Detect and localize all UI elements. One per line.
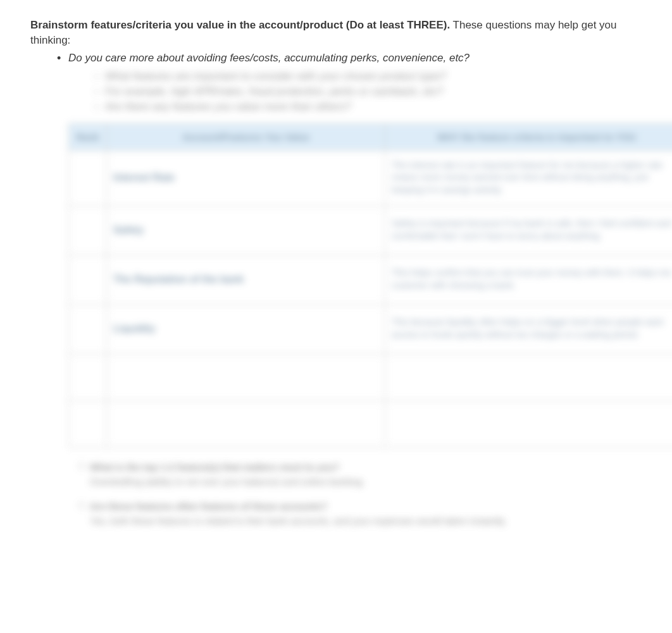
rank-cell <box>69 304 107 353</box>
why-cell: Safety is important because if my bank i… <box>385 206 673 255</box>
sub-bullet-1: What features are important to consider … <box>68 69 642 84</box>
sub-bullet-2: For example, high APR/rates, fraud prote… <box>68 84 642 99</box>
feature-cell: Liquidity <box>107 304 385 353</box>
question-block-1: What is the top 1-2 feature(s) that matt… <box>68 460 642 488</box>
header-feature: Account/Features You Value <box>107 123 385 150</box>
table-row: Safety Safety is important because if my… <box>69 206 673 255</box>
table-row-empty <box>69 353 673 400</box>
answer-2: Yes, both these features is related to t… <box>90 514 642 527</box>
rank-cell <box>69 150 107 206</box>
rank-cell <box>69 206 107 255</box>
header-rank: Rank <box>69 123 107 150</box>
criteria-table: Rank Account/Features You Value WHY the … <box>68 123 672 448</box>
sub-bullet-3: Are there any features you value more th… <box>68 99 642 114</box>
rank-cell <box>69 400 107 447</box>
why-cell <box>385 400 673 447</box>
question-block-2: Are these features often features of the… <box>68 500 642 527</box>
instruction-heading: Brainstorm features/criteria you value i… <box>30 18 642 48</box>
feature-cell <box>107 353 385 400</box>
why-cell: This helps confirm that you can trust yo… <box>385 255 673 304</box>
question-1: What is the top 1-2 feature(s) that matt… <box>90 460 642 474</box>
feature-cell: Interest Rate <box>107 150 385 206</box>
table-header-row: Rank Account/Features You Value WHY the … <box>69 123 673 150</box>
question-2: Are these features often features of the… <box>90 500 642 513</box>
main-bullet-list: Do you care more about avoiding fees/cos… <box>30 51 642 527</box>
criteria-table-wrapper: Rank Account/Features You Value WHY the … <box>68 123 672 448</box>
answer-1: Overdrafting (ability to not over your b… <box>90 475 642 488</box>
header-why: WHY the feature criteria is important to… <box>385 123 673 150</box>
sub-bullet-list: What features are important to consider … <box>68 69 642 114</box>
bullet-1-text: Do you care more about avoiding fees/cos… <box>68 52 470 64</box>
why-cell: This because liquidity often helps on a … <box>385 304 673 353</box>
follow-up-questions: What is the top 1-2 feature(s) that matt… <box>68 460 642 527</box>
bullet-item-1: Do you care more about avoiding fees/cos… <box>30 51 642 527</box>
feature-cell <box>107 400 385 447</box>
heading-bold-text: Brainstorm features/criteria you value i… <box>30 19 450 31</box>
rank-cell <box>69 353 107 400</box>
feature-cell: Safety <box>107 206 385 255</box>
why-cell <box>385 353 673 400</box>
table-row-empty <box>69 400 673 447</box>
blurred-content-region: What features are important to consider … <box>68 69 642 527</box>
rank-cell <box>69 255 107 304</box>
why-cell: The interest rate is an important featur… <box>385 150 673 206</box>
table-row: Liquidity This because liquidity often h… <box>69 304 673 353</box>
table-row: The Reputation of the bank This helps co… <box>69 255 673 304</box>
table-row: Interest Rate The interest rate is an im… <box>69 150 673 206</box>
feature-cell: The Reputation of the bank <box>107 255 385 304</box>
